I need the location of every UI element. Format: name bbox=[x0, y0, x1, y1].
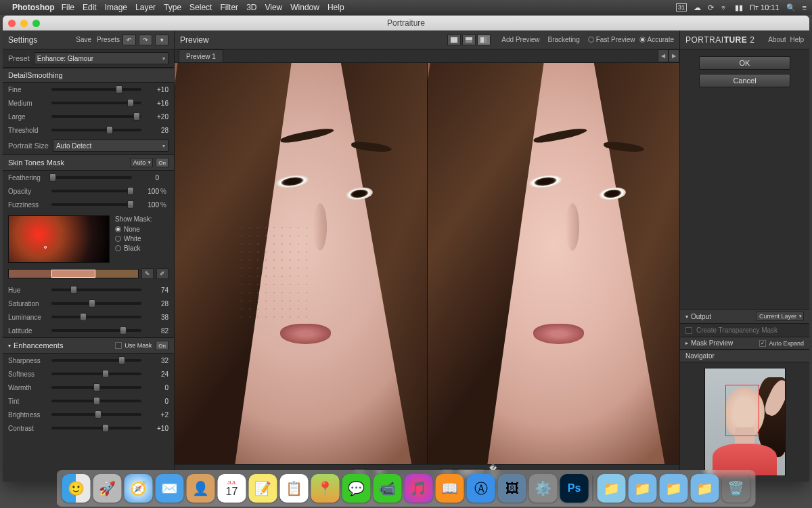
dock-maps-icon[interactable]: 📍 bbox=[311, 474, 340, 503]
enhancements-on-toggle[interactable]: On bbox=[156, 341, 168, 350]
dock-notes-icon[interactable]: 📝 bbox=[249, 474, 277, 503]
ok-button[interactable]: OK bbox=[699, 56, 790, 70]
fast-preview-radio[interactable]: Fast Preview bbox=[588, 36, 635, 43]
dock-folder-3-icon[interactable]: 📁 bbox=[691, 474, 719, 503]
dock-settings-icon[interactable]: ⚙️ bbox=[529, 474, 558, 503]
detail-smoothing-header[interactable]: DetailSmoothing bbox=[8, 71, 168, 79]
dock-contacts-icon[interactable]: 👤 bbox=[187, 474, 215, 503]
saturation-slider[interactable] bbox=[51, 302, 141, 305]
spotlight-icon[interactable]: 🔍 bbox=[786, 3, 796, 12]
notifications-icon[interactable]: ≡ bbox=[803, 3, 807, 12]
menu-filter[interactable]: Filter bbox=[220, 3, 238, 12]
tab-next-button[interactable]: ▶ bbox=[669, 49, 679, 62]
enhancements-disclosure-icon[interactable]: ▾ bbox=[8, 343, 11, 349]
redo-button[interactable]: ↷ bbox=[139, 35, 152, 45]
warmth-slider[interactable] bbox=[51, 386, 141, 389]
wifi-icon[interactable]: ᯤ bbox=[721, 3, 728, 12]
dock-ibooks-icon[interactable]: 📖 bbox=[436, 474, 464, 503]
sync-icon[interactable]: ⟳ bbox=[708, 3, 714, 12]
menu-layer[interactable]: Layer bbox=[135, 3, 156, 12]
dock-trash-icon[interactable]: 🗑️ bbox=[722, 474, 750, 503]
portrait-size-dropdown[interactable]: Auto Detect bbox=[53, 140, 168, 152]
contrast-slider[interactable] bbox=[51, 427, 141, 429]
dock-photoshop-icon[interactable]: Ps bbox=[560, 474, 589, 503]
skin-on-toggle[interactable]: On bbox=[156, 158, 168, 167]
hue-slider[interactable] bbox=[51, 289, 141, 291]
luminance-slider[interactable] bbox=[51, 316, 141, 318]
menu-window[interactable]: Window bbox=[290, 3, 319, 12]
dock-preview-icon[interactable]: 🖼 bbox=[498, 474, 526, 503]
dock-appstore-icon[interactable]: Ⓐ bbox=[467, 474, 495, 503]
brightness-slider[interactable] bbox=[51, 413, 141, 416]
add-preview-button[interactable]: Add Preview bbox=[501, 36, 539, 43]
dock-calendar-icon[interactable]: JUL17 bbox=[218, 474, 246, 503]
preview-tab-1[interactable]: Preview 1 bbox=[179, 49, 223, 62]
output-dropdown[interactable]: Current Layer bbox=[756, 312, 804, 321]
menu-select[interactable]: Select bbox=[189, 3, 212, 12]
menu-edit[interactable]: Edit bbox=[83, 3, 97, 12]
softness-slider[interactable] bbox=[51, 373, 141, 375]
mask-preview-header[interactable]: Mask Preview bbox=[691, 339, 759, 347]
clock[interactable]: Пт 10:11 bbox=[750, 3, 780, 12]
output-disclosure-icon[interactable]: ▾ bbox=[685, 314, 688, 320]
dock-messages-icon[interactable]: 💬 bbox=[342, 474, 371, 503]
mask-black-radio[interactable]: Black bbox=[115, 245, 152, 252]
menu-image[interactable]: Image bbox=[105, 3, 127, 12]
preset-dropdown[interactable]: Enhance: Glamour bbox=[34, 52, 168, 64]
dock-safari-icon[interactable]: 🧭 bbox=[125, 474, 153, 503]
sharpness-slider[interactable] bbox=[51, 359, 141, 362]
latitude-slider[interactable] bbox=[51, 329, 141, 332]
dock-finder-icon[interactable]: 🙂 bbox=[62, 474, 91, 503]
eyedropper-icon[interactable]: ✎ bbox=[141, 268, 154, 279]
medium-slider[interactable] bbox=[51, 102, 141, 104]
mask-preview-disclosure-icon[interactable]: ▸ bbox=[685, 340, 688, 346]
enhancements-header[interactable]: Enhancements bbox=[14, 341, 115, 350]
dock-folder-2-icon[interactable]: 📁 bbox=[660, 474, 688, 503]
output-header[interactable]: Output bbox=[691, 313, 756, 320]
mask-white-radio[interactable]: White bbox=[115, 235, 152, 242]
dock-itunes-icon[interactable]: 🎵 bbox=[405, 474, 433, 503]
battery-icon[interactable]: ▮▮ bbox=[735, 3, 743, 12]
view-split-v-button[interactable] bbox=[477, 35, 491, 45]
opacity-slider[interactable] bbox=[51, 190, 132, 192]
threshold-slider[interactable] bbox=[51, 129, 141, 131]
color-range-picker[interactable] bbox=[8, 215, 110, 263]
navigator-viewport-frame[interactable] bbox=[725, 385, 759, 436]
preview-viewport[interactable] bbox=[175, 63, 679, 464]
bracketing-button[interactable]: Bracketing bbox=[547, 36, 579, 43]
cloud-icon[interactable]: ☁ bbox=[694, 3, 701, 12]
feathering-slider[interactable] bbox=[51, 176, 132, 179]
fuzziness-slider[interactable] bbox=[51, 203, 132, 206]
dock-folder-1-icon[interactable]: 📁 bbox=[629, 474, 657, 503]
dock-mail-icon[interactable]: ✉️ bbox=[156, 474, 184, 503]
presets-link[interactable]: Presets bbox=[97, 36, 120, 43]
view-single-button[interactable] bbox=[447, 35, 461, 45]
cancel-button[interactable]: Cancel bbox=[699, 74, 790, 87]
skin-tones-header[interactable]: Skin Tones Mask bbox=[8, 158, 130, 167]
save-link[interactable]: Save bbox=[76, 36, 91, 43]
menubar-date-icon[interactable]: 31 bbox=[676, 3, 687, 12]
accurate-radio[interactable]: Accurate bbox=[639, 36, 674, 43]
eyedropper-minus-icon[interactable]: ✐ bbox=[156, 268, 168, 279]
menu-3d[interactable]: 3D bbox=[246, 3, 256, 12]
tab-prev-button[interactable]: ◀ bbox=[658, 49, 669, 62]
titlebar[interactable]: Portraiture bbox=[3, 16, 809, 30]
navigator-thumbnail[interactable] bbox=[704, 368, 786, 476]
app-name[interactable]: Photoshop bbox=[12, 3, 55, 12]
dock-reminders-icon[interactable]: 📋 bbox=[280, 474, 309, 503]
tint-slider[interactable] bbox=[51, 400, 141, 402]
menu-file[interactable]: File bbox=[62, 3, 74, 12]
use-mask-checkbox[interactable] bbox=[115, 342, 122, 349]
mask-none-radio[interactable]: None bbox=[115, 226, 152, 233]
history-dropdown[interactable]: ▾ bbox=[155, 35, 168, 45]
help-link[interactable]: Help bbox=[790, 36, 804, 43]
transparency-mask-checkbox[interactable] bbox=[685, 327, 692, 334]
skin-swatch-bar[interactable] bbox=[8, 269, 139, 278]
auto-expand-checkbox[interactable] bbox=[759, 340, 766, 347]
fine-slider[interactable] bbox=[51, 88, 141, 91]
dock-folder-downloads-icon[interactable]: 📁 bbox=[597, 474, 626, 503]
large-slider[interactable] bbox=[51, 115, 141, 118]
skin-mode-dropdown[interactable]: Auto bbox=[130, 158, 154, 167]
dock-launchpad-icon[interactable]: 🚀 bbox=[93, 474, 122, 503]
menu-type[interactable]: Type bbox=[164, 3, 181, 12]
